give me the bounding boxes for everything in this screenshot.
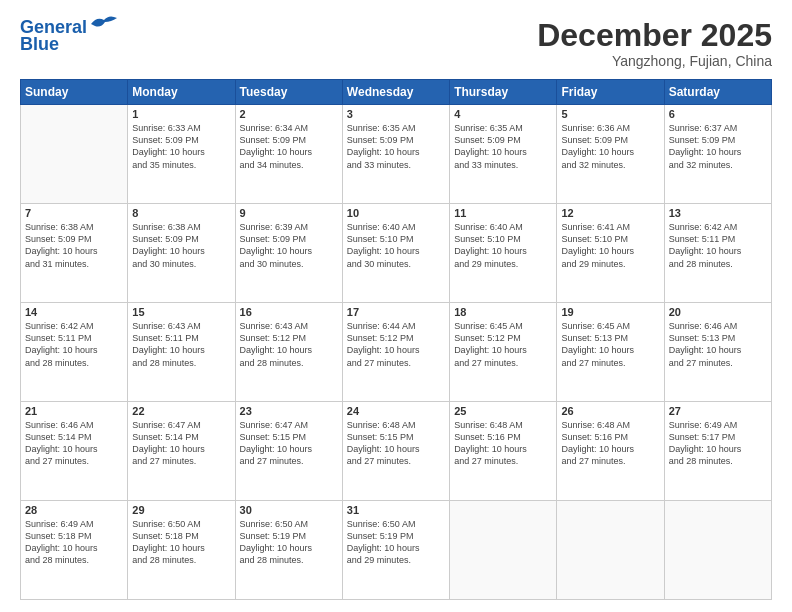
cell-info: Sunrise: 6:40 AM Sunset: 5:10 PM Dayligh… <box>347 221 445 270</box>
cell-info: Sunrise: 6:49 AM Sunset: 5:17 PM Dayligh… <box>669 419 767 468</box>
week-row-5: 28Sunrise: 6:49 AM Sunset: 5:18 PM Dayli… <box>21 501 772 600</box>
day-number: 28 <box>25 504 123 516</box>
calendar-cell: 26Sunrise: 6:48 AM Sunset: 5:16 PM Dayli… <box>557 402 664 501</box>
calendar-cell: 6Sunrise: 6:37 AM Sunset: 5:09 PM Daylig… <box>664 105 771 204</box>
calendar-cell: 12Sunrise: 6:41 AM Sunset: 5:10 PM Dayli… <box>557 204 664 303</box>
cell-info: Sunrise: 6:42 AM Sunset: 5:11 PM Dayligh… <box>669 221 767 270</box>
cell-info: Sunrise: 6:42 AM Sunset: 5:11 PM Dayligh… <box>25 320 123 369</box>
calendar-cell: 22Sunrise: 6:47 AM Sunset: 5:14 PM Dayli… <box>128 402 235 501</box>
week-row-3: 14Sunrise: 6:42 AM Sunset: 5:11 PM Dayli… <box>21 303 772 402</box>
cell-info: Sunrise: 6:41 AM Sunset: 5:10 PM Dayligh… <box>561 221 659 270</box>
calendar-cell: 14Sunrise: 6:42 AM Sunset: 5:11 PM Dayli… <box>21 303 128 402</box>
calendar-cell: 23Sunrise: 6:47 AM Sunset: 5:15 PM Dayli… <box>235 402 342 501</box>
calendar-cell: 8Sunrise: 6:38 AM Sunset: 5:09 PM Daylig… <box>128 204 235 303</box>
week-row-2: 7Sunrise: 6:38 AM Sunset: 5:09 PM Daylig… <box>21 204 772 303</box>
cell-info: Sunrise: 6:38 AM Sunset: 5:09 PM Dayligh… <box>132 221 230 270</box>
day-number: 17 <box>347 306 445 318</box>
day-number: 31 <box>347 504 445 516</box>
weekday-header-wednesday: Wednesday <box>342 80 449 105</box>
calendar-cell: 5Sunrise: 6:36 AM Sunset: 5:09 PM Daylig… <box>557 105 664 204</box>
cell-info: Sunrise: 6:48 AM Sunset: 5:16 PM Dayligh… <box>454 419 552 468</box>
day-number: 30 <box>240 504 338 516</box>
cell-info: Sunrise: 6:45 AM Sunset: 5:13 PM Dayligh… <box>561 320 659 369</box>
calendar-cell: 28Sunrise: 6:49 AM Sunset: 5:18 PM Dayli… <box>21 501 128 600</box>
cell-info: Sunrise: 6:35 AM Sunset: 5:09 PM Dayligh… <box>454 122 552 171</box>
page: General Blue December 2025 Yangzhong, Fu… <box>0 0 792 612</box>
calendar-cell: 15Sunrise: 6:43 AM Sunset: 5:11 PM Dayli… <box>128 303 235 402</box>
calendar-cell: 7Sunrise: 6:38 AM Sunset: 5:09 PM Daylig… <box>21 204 128 303</box>
cell-info: Sunrise: 6:43 AM Sunset: 5:11 PM Dayligh… <box>132 320 230 369</box>
calendar-table: SundayMondayTuesdayWednesdayThursdayFrid… <box>20 79 772 600</box>
logo-blue: Blue <box>20 34 59 55</box>
calendar-cell: 29Sunrise: 6:50 AM Sunset: 5:18 PM Dayli… <box>128 501 235 600</box>
cell-info: Sunrise: 6:50 AM Sunset: 5:19 PM Dayligh… <box>347 518 445 567</box>
calendar-cell: 27Sunrise: 6:49 AM Sunset: 5:17 PM Dayli… <box>664 402 771 501</box>
day-number: 21 <box>25 405 123 417</box>
cell-info: Sunrise: 6:43 AM Sunset: 5:12 PM Dayligh… <box>240 320 338 369</box>
title-section: December 2025 Yangzhong, Fujian, China <box>537 18 772 69</box>
cell-info: Sunrise: 6:50 AM Sunset: 5:19 PM Dayligh… <box>240 518 338 567</box>
header: General Blue December 2025 Yangzhong, Fu… <box>20 18 772 69</box>
weekday-header-saturday: Saturday <box>664 80 771 105</box>
calendar-cell: 11Sunrise: 6:40 AM Sunset: 5:10 PM Dayli… <box>450 204 557 303</box>
week-row-4: 21Sunrise: 6:46 AM Sunset: 5:14 PM Dayli… <box>21 402 772 501</box>
day-number: 22 <box>132 405 230 417</box>
cell-info: Sunrise: 6:33 AM Sunset: 5:09 PM Dayligh… <box>132 122 230 171</box>
calendar-cell: 21Sunrise: 6:46 AM Sunset: 5:14 PM Dayli… <box>21 402 128 501</box>
day-number: 7 <box>25 207 123 219</box>
day-number: 16 <box>240 306 338 318</box>
cell-info: Sunrise: 6:47 AM Sunset: 5:15 PM Dayligh… <box>240 419 338 468</box>
month-title: December 2025 <box>537 18 772 53</box>
day-number: 24 <box>347 405 445 417</box>
calendar-cell: 3Sunrise: 6:35 AM Sunset: 5:09 PM Daylig… <box>342 105 449 204</box>
day-number: 15 <box>132 306 230 318</box>
logo: General Blue <box>20 18 119 55</box>
weekday-header-row: SundayMondayTuesdayWednesdayThursdayFrid… <box>21 80 772 105</box>
day-number: 12 <box>561 207 659 219</box>
cell-info: Sunrise: 6:39 AM Sunset: 5:09 PM Dayligh… <box>240 221 338 270</box>
day-number: 11 <box>454 207 552 219</box>
calendar-cell: 25Sunrise: 6:48 AM Sunset: 5:16 PM Dayli… <box>450 402 557 501</box>
cell-info: Sunrise: 6:50 AM Sunset: 5:18 PM Dayligh… <box>132 518 230 567</box>
cell-info: Sunrise: 6:35 AM Sunset: 5:09 PM Dayligh… <box>347 122 445 171</box>
calendar-cell <box>557 501 664 600</box>
day-number: 19 <box>561 306 659 318</box>
calendar-cell <box>450 501 557 600</box>
calendar-cell: 30Sunrise: 6:50 AM Sunset: 5:19 PM Dayli… <box>235 501 342 600</box>
day-number: 8 <box>132 207 230 219</box>
weekday-header-sunday: Sunday <box>21 80 128 105</box>
weekday-header-monday: Monday <box>128 80 235 105</box>
calendar-cell: 19Sunrise: 6:45 AM Sunset: 5:13 PM Dayli… <box>557 303 664 402</box>
calendar-cell: 9Sunrise: 6:39 AM Sunset: 5:09 PM Daylig… <box>235 204 342 303</box>
location: Yangzhong, Fujian, China <box>537 53 772 69</box>
calendar-cell <box>21 105 128 204</box>
day-number: 26 <box>561 405 659 417</box>
week-row-1: 1Sunrise: 6:33 AM Sunset: 5:09 PM Daylig… <box>21 105 772 204</box>
cell-info: Sunrise: 6:46 AM Sunset: 5:13 PM Dayligh… <box>669 320 767 369</box>
day-number: 1 <box>132 108 230 120</box>
day-number: 6 <box>669 108 767 120</box>
day-number: 23 <box>240 405 338 417</box>
day-number: 18 <box>454 306 552 318</box>
day-number: 9 <box>240 207 338 219</box>
calendar-cell: 31Sunrise: 6:50 AM Sunset: 5:19 PM Dayli… <box>342 501 449 600</box>
cell-info: Sunrise: 6:44 AM Sunset: 5:12 PM Dayligh… <box>347 320 445 369</box>
calendar-cell: 17Sunrise: 6:44 AM Sunset: 5:12 PM Dayli… <box>342 303 449 402</box>
cell-info: Sunrise: 6:47 AM Sunset: 5:14 PM Dayligh… <box>132 419 230 468</box>
logo-bird-icon <box>89 14 119 36</box>
calendar-cell: 2Sunrise: 6:34 AM Sunset: 5:09 PM Daylig… <box>235 105 342 204</box>
cell-info: Sunrise: 6:34 AM Sunset: 5:09 PM Dayligh… <box>240 122 338 171</box>
cell-info: Sunrise: 6:49 AM Sunset: 5:18 PM Dayligh… <box>25 518 123 567</box>
weekday-header-thursday: Thursday <box>450 80 557 105</box>
day-number: 20 <box>669 306 767 318</box>
cell-info: Sunrise: 6:45 AM Sunset: 5:12 PM Dayligh… <box>454 320 552 369</box>
calendar-cell: 16Sunrise: 6:43 AM Sunset: 5:12 PM Dayli… <box>235 303 342 402</box>
cell-info: Sunrise: 6:37 AM Sunset: 5:09 PM Dayligh… <box>669 122 767 171</box>
calendar-cell: 20Sunrise: 6:46 AM Sunset: 5:13 PM Dayli… <box>664 303 771 402</box>
weekday-header-tuesday: Tuesday <box>235 80 342 105</box>
cell-info: Sunrise: 6:46 AM Sunset: 5:14 PM Dayligh… <box>25 419 123 468</box>
day-number: 14 <box>25 306 123 318</box>
calendar-cell: 1Sunrise: 6:33 AM Sunset: 5:09 PM Daylig… <box>128 105 235 204</box>
calendar-cell: 4Sunrise: 6:35 AM Sunset: 5:09 PM Daylig… <box>450 105 557 204</box>
calendar-cell: 18Sunrise: 6:45 AM Sunset: 5:12 PM Dayli… <box>450 303 557 402</box>
